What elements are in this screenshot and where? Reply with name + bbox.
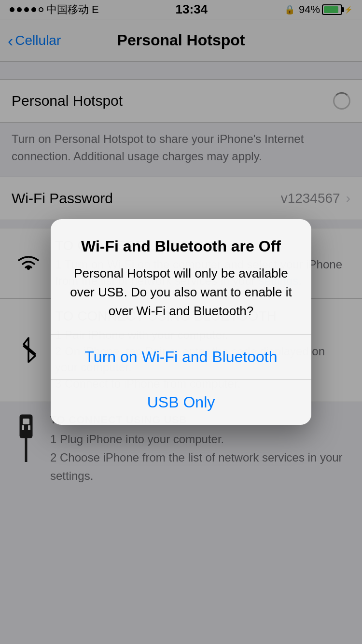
alert-buttons: Turn on Wi-Fi and Bluetooth USB Only xyxy=(51,335,311,425)
overlay: Wi-Fi and Bluetooth are Off Personal Hot… xyxy=(0,0,362,644)
usb-only-button[interactable]: USB Only xyxy=(51,380,311,425)
alert-title: Wi-Fi and Bluetooth are Off xyxy=(64,237,298,257)
turn-on-wifi-bluetooth-button[interactable]: Turn on Wi-Fi and Bluetooth xyxy=(51,335,311,380)
alert-dialog: Wi-Fi and Bluetooth are Off Personal Hot… xyxy=(51,219,311,425)
alert-message: Personal Hotspot will only be available … xyxy=(64,264,298,321)
alert-content: Wi-Fi and Bluetooth are Off Personal Hot… xyxy=(51,219,311,335)
